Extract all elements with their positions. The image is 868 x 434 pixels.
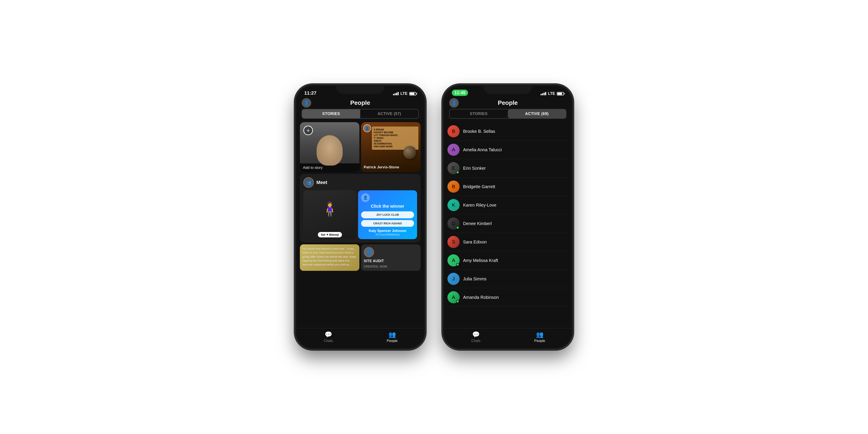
person-name: Brooke B. Sellas (463, 129, 495, 134)
signal-bar-r4 (545, 92, 546, 95)
tab-active-left[interactable]: ACTIVE (57) (360, 110, 418, 118)
tabs-left: STORIES ACTIVE (57) (302, 109, 419, 119)
header-avatar-right[interactable]: 👤 (449, 98, 459, 107)
audit-title: SITE AUDIT (364, 259, 418, 263)
nav-chats-right[interactable]: 💬 Chats (444, 331, 508, 343)
bitmoji-card[interactable]: 🧍‍♀️ Set ✦ Bitmoji (303, 190, 356, 239)
screen-right: 👤 People STORIES ACTIVE (69) BBrooke B. … (444, 98, 571, 348)
nav-people-right[interactable]: 👥 People (508, 331, 571, 343)
online-dot (456, 300, 459, 303)
person-name: Karen Riley-Love (463, 203, 496, 208)
person-avatar-wrap: K (447, 199, 460, 211)
person-avatar: A (447, 144, 460, 156)
choice-crazy-rich[interactable]: CRAZY RICH ASIANS (361, 220, 414, 227)
phone-left: 11:27 LTE 👤 People (295, 85, 425, 349)
tab-active-right[interactable]: ACTIVE (69) (508, 110, 566, 118)
phone-right: 11:45 LTE 👤 People (443, 85, 573, 349)
meet-grid: 🧍‍♀️ Set ✦ Bitmoji 👤 Click the winner JO… (303, 190, 417, 239)
list-item[interactable]: AAmelia Anna Talucci (447, 141, 568, 159)
person-name: Amanda Robinson (463, 295, 499, 300)
list-item[interactable]: DDenee Kimberl (447, 214, 568, 233)
tab-stories-left[interactable]: STORIES (302, 110, 360, 118)
person-avatar-wrap: J (447, 273, 460, 285)
chats-label-left: Chats (324, 339, 333, 343)
set-bitmoji-button[interactable]: Set ✦ Bitmoji (318, 232, 342, 238)
person-avatar-wrap: A (447, 291, 460, 303)
online-dot (456, 226, 459, 229)
nav-people-left[interactable]: 👥 People (360, 331, 424, 343)
screen-left: 👤 People STORIES ACTIVE (57) + (297, 98, 424, 348)
text-story-content: You know how dreams come true... if you … (303, 247, 357, 267)
signal-bar-r2 (542, 93, 543, 95)
patrick-label: Patrick Jervis-Stone (364, 165, 418, 169)
face-shape (317, 135, 343, 165)
person-avatar-wrap: D (447, 217, 460, 229)
person-avatar-wrap: A (447, 144, 460, 156)
person-name: Erin Sonker (463, 166, 486, 171)
header-right: 👤 People (444, 98, 571, 109)
signal-bar-3 (396, 93, 397, 95)
person-name: Bridgette Garrett (463, 184, 495, 189)
chats-label-right: Chats (471, 339, 480, 343)
notch-right (484, 86, 532, 94)
patrick-story-card[interactable]: 👤 A DREAMDOESN'T BECOMELITY THROUGH MAGI… (361, 122, 421, 172)
avatar-icon-left: 👤 (304, 100, 309, 105)
audit-sub: CREATED, NOW (364, 265, 418, 268)
list-item[interactable]: KKaren Riley-Love (447, 196, 568, 214)
person-name: Julia Simms (463, 276, 487, 281)
list-item[interactable]: EErin Sonker (447, 159, 568, 178)
signal-bars-right (540, 92, 546, 95)
online-dot (456, 263, 459, 266)
text-story-card[interactable]: You know how dreams come true... if you … (300, 244, 359, 271)
people-list: BBrooke B. SellasAAmelia Anna TalucciEEr… (444, 122, 571, 328)
meet-header: 👥 Meet (303, 177, 417, 188)
header-avatar-left[interactable]: 👤 (302, 98, 311, 107)
people-label-left: People (387, 339, 398, 343)
plus-icon: + (303, 126, 313, 135)
winner-name: Katy Spencer Johnson (361, 229, 414, 233)
person-avatar: K (447, 199, 460, 211)
person-name: Denee Kimberl (463, 221, 492, 226)
list-item[interactable]: BBrooke B. Sellas (447, 122, 568, 141)
bottom-nav-left: 💬 Chats 👥 People (297, 328, 424, 348)
winner-hashtag: #CChurchMadness (361, 233, 414, 236)
person-name: Sara Edixon (463, 240, 487, 245)
signal-bar-r1 (540, 94, 541, 95)
people-label-right: People (534, 339, 545, 343)
person-avatar-wrap: S (447, 236, 460, 248)
meet-avatar: 👥 (303, 177, 314, 188)
list-item[interactable]: AAmanda Robinson (447, 288, 568, 307)
add-story-photo-area: + (300, 122, 359, 163)
notch-left (336, 86, 384, 94)
stories-grid-left: + Add to story 👤 (297, 122, 424, 328)
winner-avatar: 👤 (361, 193, 370, 202)
nav-chats-left[interactable]: 💬 Chats (297, 331, 360, 343)
add-to-story-card[interactable]: + Add to story (300, 122, 359, 172)
choice-joy-luck[interactable]: JOY LUCK CLUB (361, 211, 414, 218)
meet-title: Meet (316, 180, 327, 185)
tab-stories-right[interactable]: STORIES (450, 110, 508, 118)
person-avatar: J (447, 273, 460, 285)
signal-bar-r3 (544, 93, 545, 95)
person-avatar-wrap: A (447, 254, 460, 267)
person-avatar-wrap: E (447, 162, 460, 174)
stories-row-1: + Add to story 👤 (300, 122, 421, 172)
list-item[interactable]: JJulia Simms (447, 270, 568, 288)
audit-card[interactable]: 👤 SITE AUDIT CREATED, NOW (361, 244, 421, 271)
person-avatar: B (447, 181, 460, 193)
battery-icon-right (557, 92, 564, 95)
audit-avatar: 👤 (364, 247, 374, 257)
chats-icon-left: 💬 (324, 331, 332, 338)
list-item[interactable]: BBridgette Garrett (447, 178, 568, 196)
winner-title: Click the winner (361, 204, 414, 209)
list-item[interactable]: AAmy Melissa Kraft (447, 251, 568, 270)
header-left: 👤 People (297, 98, 424, 109)
list-item[interactable]: SSara Edixon (447, 233, 568, 251)
status-time-left: 11:27 (304, 90, 316, 96)
bottom-nav-right: 💬 Chats 👥 People (444, 328, 571, 348)
battery-fill-left (410, 93, 414, 95)
chats-icon-right: 💬 (472, 331, 480, 338)
person-avatar: S (447, 236, 460, 248)
winner-card[interactable]: 👤 Click the winner JOY LUCK CLUB CRAZY R… (358, 190, 417, 239)
bitmoji-area: 🧍‍♀️ Set ✦ Bitmoji (303, 190, 356, 239)
